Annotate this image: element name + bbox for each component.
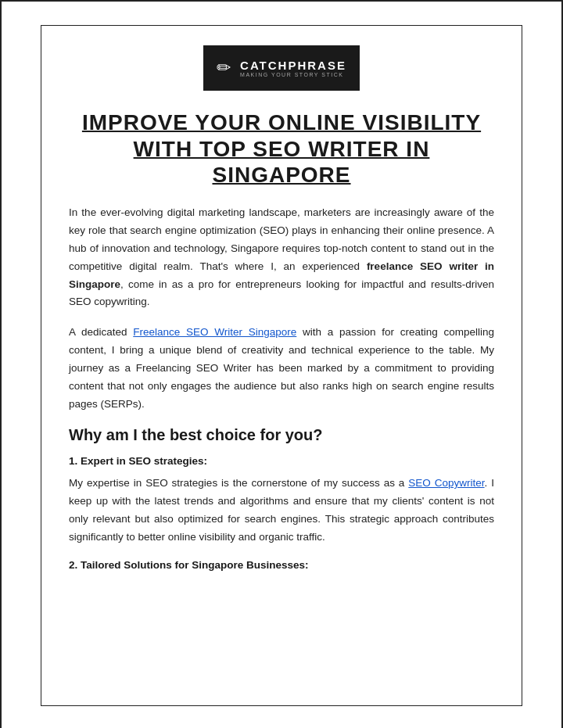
point1-text-start: My expertise in SEO strategies is the co…	[69, 477, 408, 489]
freelance-seo-link[interactable]: Freelance SEO Writer Singapore	[133, 326, 296, 338]
section-heading: Why am I the best choice for you?	[69, 426, 494, 444]
page-container: ✏ CATCHPHRASE MAKING YOUR STORY STICK IM…	[0, 0, 563, 728]
logo-brand: CATCHPHRASE	[240, 59, 346, 72]
intro-paragraph: In the ever-evolving digital marketing l…	[69, 204, 494, 312]
second-paragraph: A dedicated Freelance SEO Writer Singapo…	[69, 324, 494, 414]
intro-text-end: , come in as a pro for entrepreneurs loo…	[69, 278, 494, 308]
second-text-start: A dedicated	[69, 326, 133, 338]
page-title: IMPROVE YOUR ONLINE VISIBILITY WITH TOP …	[69, 109, 494, 188]
second-text-end: with a passion for creating compelling c…	[69, 326, 494, 410]
point1-heading: 1. Expert in SEO strategies:	[69, 455, 494, 467]
logo-tagline: MAKING YOUR STORY STICK	[240, 72, 346, 77]
seo-copywriter-link[interactable]: SEO Copywriter	[408, 477, 484, 489]
pencil-icon: ✏	[217, 58, 231, 78]
inner-border: ✏ CATCHPHRASE MAKING YOUR STORY STICK IM…	[41, 25, 522, 706]
logo-section: ✏ CATCHPHRASE MAKING YOUR STORY STICK	[69, 45, 494, 91]
point2-heading: 2. Tailored Solutions for Singapore Busi…	[69, 559, 494, 571]
logo-box: ✏ CATCHPHRASE MAKING YOUR STORY STICK	[203, 45, 360, 91]
logo-text-container: CATCHPHRASE MAKING YOUR STORY STICK	[240, 59, 346, 77]
point1-paragraph: My expertise in SEO strategies is the co…	[69, 475, 494, 547]
